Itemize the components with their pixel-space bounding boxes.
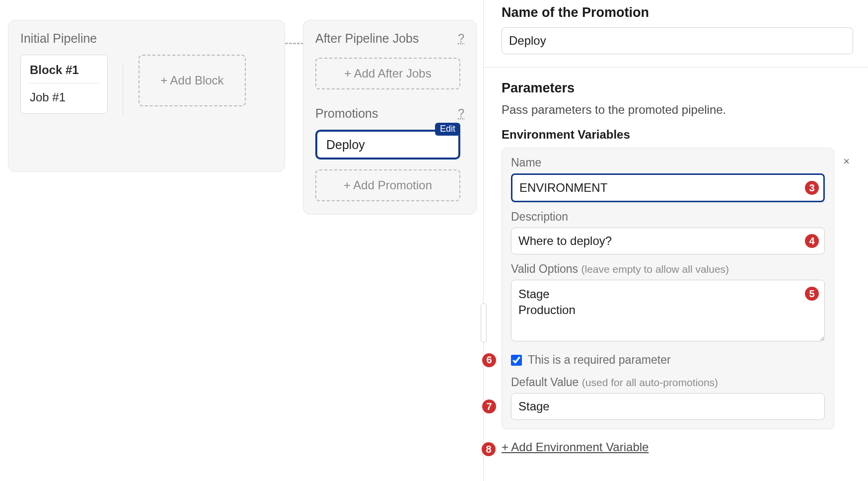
add-after-jobs-button[interactable]: + Add After Jobs (315, 58, 460, 89)
valid-options-field-label: Valid Options (leave empty to allow all … (511, 262, 825, 276)
annotation-badge-8: 8 (481, 441, 497, 457)
initial-pipeline-card: Initial Pipeline Block #1 Job #1 + Add B… (8, 20, 285, 172)
promotion-settings-panel: Name of the Promotion Parameters Pass pa… (483, 0, 868, 481)
name-field-label: Name (511, 156, 825, 169)
job-item[interactable]: Job #1 (21, 83, 107, 113)
annotation-badge-5: 5 (804, 286, 820, 302)
pipeline-block[interactable]: Block #1 Job #1 (20, 55, 108, 114)
edit-badge[interactable]: Edit (435, 123, 460, 136)
parameters-heading: Parameters (502, 80, 853, 96)
annotation-badge-3: 3 (804, 180, 820, 196)
env-description-input[interactable] (511, 228, 825, 254)
panel-resize-handle[interactable] (481, 303, 487, 343)
add-block-button[interactable]: + Add Block (139, 55, 246, 106)
default-value-field-label: Default Value (used for all auto-promoti… (511, 376, 825, 389)
env-vars-heading: Environment Variables (502, 128, 853, 142)
env-default-value-input[interactable] (511, 393, 825, 420)
env-valid-options-input[interactable] (511, 280, 825, 341)
annotation-badge-6: 6 (481, 352, 497, 368)
description-field-label: Description (511, 210, 825, 224)
name-heading: Name of the Promotion (502, 5, 853, 20)
annotation-badge-7: 7 (481, 399, 497, 414)
add-promotion-button[interactable]: + Add Promotion (315, 169, 460, 201)
help-icon[interactable]: ? (458, 107, 464, 120)
pipeline-connector (285, 43, 304, 44)
after-pipeline-title: After Pipeline Jobs (315, 31, 419, 46)
promotions-title: Promotions (315, 106, 378, 121)
promotion-label: Deploy (326, 138, 365, 152)
required-checkbox[interactable] (511, 355, 522, 366)
pipeline-canvas: Initial Pipeline Block #1 Job #1 + Add B… (0, 0, 483, 481)
promotion-item-deploy[interactable]: Deploy Edit (315, 130, 460, 160)
close-icon[interactable]: × (843, 155, 850, 168)
after-pipeline-card: After Pipeline Jobs ? + Add After Jobs P… (303, 20, 477, 215)
env-name-input[interactable] (511, 173, 825, 202)
initial-pipeline-title: Initial Pipeline (20, 31, 273, 46)
add-env-variable-link[interactable]: + Add Environment Variable (502, 440, 649, 454)
env-variable-card: × Name 3 Description 4 (502, 148, 834, 429)
block-title: Block #1 (21, 55, 107, 83)
divider (484, 67, 868, 68)
parameters-helptext: Pass parameters to the promoted pipeline… (502, 103, 853, 117)
annotation-badge-4: 4 (804, 233, 820, 249)
required-checkbox-label: This is a required parameter (528, 353, 671, 367)
promotion-name-input[interactable] (502, 27, 853, 54)
vertical-divider (123, 65, 123, 114)
help-icon[interactable]: ? (458, 32, 464, 45)
